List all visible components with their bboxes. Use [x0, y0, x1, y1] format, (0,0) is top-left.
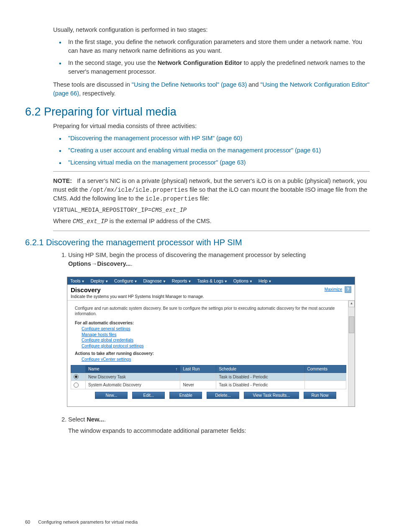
- intro-block: Usually, network configuration is perfor…: [53, 26, 370, 98]
- sec62-bullet-2: "Creating a user account and enabling vi…: [68, 146, 370, 155]
- menu-tools[interactable]: Tools▼: [67, 278, 87, 283]
- edit-button[interactable]: Edit...: [132, 392, 165, 399]
- link-discovering-mp[interactable]: "Discovering the management processor wi…: [68, 135, 242, 141]
- maximize-link[interactable]: Maximize: [325, 287, 342, 292]
- step-2-sub: The window expands to accommodate additi…: [68, 427, 370, 435]
- col-comments[interactable]: Comments: [304, 365, 346, 373]
- heading-6-2: 6.2 Preparing for virtual media: [25, 105, 370, 118]
- sec62-bullet-3: "Licensing virtual media on the manageme…: [68, 158, 370, 167]
- menu-configure[interactable]: Configure▼: [111, 278, 140, 283]
- menu-reports[interactable]: Reports▼: [169, 278, 194, 283]
- link-general-settings[interactable]: Configure general settings: [82, 326, 342, 332]
- note-label: NOTE:: [53, 177, 72, 184]
- sec62-body: Preparing for virtual media consists of …: [53, 122, 370, 167]
- radio-unselected-icon[interactable]: [74, 383, 79, 388]
- enable-button[interactable]: Enable: [169, 392, 202, 399]
- sim-header: Discovery Indicate the systems you want …: [67, 285, 355, 301]
- step-2: Select New.... The window expands to acc…: [68, 415, 370, 435]
- radio-selected-icon[interactable]: [74, 374, 79, 379]
- sim-info-text: Configure and run automatic system disco…: [75, 306, 342, 316]
- table-row[interactable]: System Automatic Discovery Never Task is…: [71, 381, 346, 389]
- sim-h2: Actions to take after running discovery:: [75, 351, 342, 356]
- col-lastrun[interactable]: Last Run: [180, 365, 216, 373]
- menu-options[interactable]: Options▼: [230, 278, 256, 283]
- scroll-thumb[interactable]: [349, 316, 354, 333]
- sim-title: Discovery: [71, 286, 204, 293]
- link-global-creds[interactable]: Configure global credentials: [82, 337, 342, 343]
- menu-diagnose[interactable]: Diagnose▼: [141, 278, 169, 283]
- sim-h1: For all automatic discoveries:: [75, 321, 342, 325]
- sec62-bullet-1: "Discovering the management processor wi…: [68, 134, 370, 143]
- col-schedule[interactable]: Schedule: [216, 365, 304, 373]
- link-global-protocol[interactable]: Configure global protocol settings: [82, 343, 342, 349]
- intro-bullet-1: In the first stage, you define the netwo…: [68, 38, 370, 55]
- col-name[interactable]: Name ↑: [86, 365, 180, 373]
- help-icon[interactable]: ?: [345, 286, 351, 293]
- scrollbar[interactable]: ▲: [348, 301, 355, 406]
- intro-bullet-2: In the second stage, you use the Network…: [68, 59, 370, 76]
- note-p2: Where CMS_ext_IP is the external IP addr…: [53, 217, 370, 226]
- sim-subtitle: Indicate the systems you want HP Systems…: [71, 294, 204, 299]
- sim-screenshot: Tools▼ Deploy▼ Configure▼ Diagnose▼ Repo…: [67, 277, 355, 406]
- step-1: Using HP SIM, begin the process of disco…: [68, 251, 370, 268]
- menu-tasks-logs[interactable]: Tasks & Logs▼: [194, 278, 230, 283]
- menu-deploy[interactable]: Deploy▼: [87, 278, 111, 283]
- link-creating-user[interactable]: "Creating a user account and enabling vi…: [68, 147, 321, 154]
- link-manage-hosts[interactable]: Manage hosts files: [82, 332, 342, 338]
- link-define-networks[interactable]: "Using the Define Networks tool" (page 6…: [132, 81, 247, 88]
- table-row[interactable]: New Discovery Task Task is Disabled - Pe…: [71, 373, 346, 380]
- intro-p2: These tools are discussed in "Using the …: [53, 80, 370, 98]
- sim-menubar: Tools▼ Deploy▼ Configure▼ Diagnose▼ Repo…: [67, 277, 355, 285]
- note-block: NOTE: If a server's NIC is on a private …: [53, 171, 370, 231]
- link-licensing-vm[interactable]: "Licensing virtual media on the manageme…: [68, 159, 246, 166]
- note-codeline: VIRTUAL_MEDIA_REPOSITORY_IP=CMS_ext_IP: [53, 206, 370, 214]
- run-now-button[interactable]: Run Now: [304, 392, 336, 399]
- discovery-table: Name ↑ Last Run Schedule Comments New Di…: [71, 365, 346, 389]
- menu-help[interactable]: Help▼: [256, 278, 275, 283]
- view-task-results-button[interactable]: View Task Results...: [244, 392, 299, 399]
- heading-6-2-1: 6.2.1 Discovering the management process…: [25, 238, 370, 247]
- col-select[interactable]: [71, 365, 86, 373]
- sec62-p1: Preparing for virtual media consists of …: [53, 122, 370, 131]
- link-vcenter-settings[interactable]: Configure vCenter settings: [82, 357, 342, 362]
- new-button[interactable]: New...: [95, 392, 128, 399]
- delete-button[interactable]: Delete...: [207, 392, 239, 399]
- sort-arrow-icon: ↑: [175, 367, 177, 371]
- scroll-up-icon[interactable]: ▲: [348, 301, 355, 307]
- intro-p1: Usually, network configuration is perfor…: [53, 26, 370, 34]
